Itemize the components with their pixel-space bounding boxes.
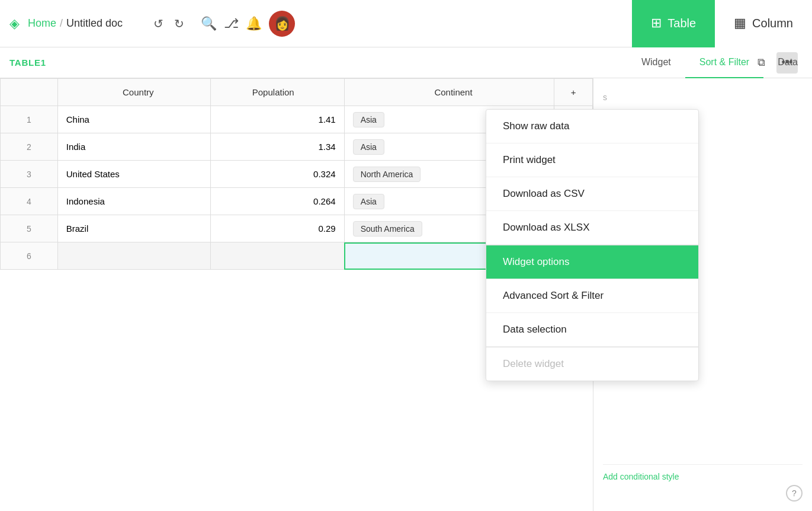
cell-country[interactable]: United States — [57, 161, 210, 188]
redo-button[interactable]: ↻ — [174, 17, 184, 31]
help-icon[interactable]: ? — [786, 485, 803, 502]
secondary-nav: TABLE1 ⧉ ••• Widget Sort & Filter Data — [0, 47, 812, 78]
cell-population[interactable]: 1.34 — [210, 133, 344, 161]
tab-column[interactable]: ▦ Column — [715, 0, 812, 47]
add-conditional-style-button[interactable]: Add conditional style — [603, 472, 679, 481]
header-country[interactable]: Country — [57, 79, 210, 106]
cell-population[interactable]: 1.41 — [210, 106, 344, 133]
cell-population[interactable]: 0.29 — [210, 215, 344, 242]
avatar[interactable]: 👩 — [269, 11, 295, 37]
topbar: ◈ Home / Untitled doc ↺ ↻ 🔍 ⎇ 🔔 👩 → ⊞ Ta… — [0, 0, 812, 47]
main-area: Country Population Continent + 1China1.4… — [0, 78, 812, 511]
cell-rownum: 5 — [1, 215, 58, 242]
tab-data[interactable]: Data — [763, 47, 812, 78]
menu-widget-options[interactable]: Widget options — [486, 245, 698, 279]
header-population[interactable]: Population — [210, 79, 344, 106]
cell-country[interactable] — [57, 242, 210, 270]
tab-table-label: Table — [667, 17, 696, 30]
app-logo-icon: ◈ — [9, 16, 20, 31]
context-menu: Show raw data Print widget Download as C… — [486, 109, 699, 381]
secondary-nav-tabs: Widget Sort & Filter Data — [627, 47, 812, 78]
cell-population[interactable]: 0.324 — [210, 161, 344, 188]
cell-rownum: 3 — [1, 161, 58, 188]
bell-icon[interactable]: 🔔 — [246, 16, 262, 31]
table-header-row: Country Population Continent + — [1, 79, 593, 106]
tab-widget[interactable]: Widget — [627, 47, 685, 78]
menu-delete-widget: Delete widget — [486, 347, 698, 381]
undo-button[interactable]: ↺ — [153, 17, 163, 31]
tab-column-label: Column — [752, 17, 793, 30]
panel-visible-text: s — [603, 92, 607, 102]
add-column-button[interactable]: + — [554, 79, 593, 106]
continent-tag: Asia — [353, 194, 384, 209]
cell-country[interactable]: Indonesia — [57, 188, 210, 215]
share-icon[interactable]: ⎇ — [224, 16, 239, 31]
menu-print-widget[interactable]: Print widget — [486, 143, 698, 177]
cell-population[interactable] — [210, 242, 344, 270]
menu-show-raw-data[interactable]: Show raw data — [486, 110, 698, 143]
breadcrumb-sep: / — [60, 17, 63, 30]
menu-download-csv[interactable]: Download as CSV — [486, 177, 698, 211]
header-rownum — [1, 79, 58, 106]
tab-table[interactable]: ⊞ Table — [632, 0, 715, 47]
cell-country[interactable]: India — [57, 133, 210, 161]
breadcrumb: Home / Untitled doc — [28, 17, 123, 30]
continent-tag: North America — [353, 167, 421, 182]
continent-tag: Asia — [353, 112, 384, 127]
cell-rownum: 6 — [1, 242, 58, 270]
doc-title: Untitled doc — [66, 17, 123, 30]
home-link[interactable]: Home — [28, 17, 56, 30]
table-tab-icon: ⊞ — [651, 15, 662, 31]
view-tabs: ⊞ Table ▦ Column — [632, 0, 812, 47]
cell-rownum: 4 — [1, 188, 58, 215]
column-tab-icon: ▦ — [734, 15, 746, 31]
menu-advanced-sort-filter[interactable]: Advanced Sort & Filter — [486, 279, 698, 313]
cell-rownum: 1 — [1, 106, 58, 133]
search-icon[interactable]: 🔍 — [201, 16, 217, 31]
cell-country[interactable]: Brazil — [57, 215, 210, 242]
menu-data-selection[interactable]: Data selection — [486, 313, 698, 347]
cell-population[interactable]: 0.264 — [210, 188, 344, 215]
continent-tag: Asia — [353, 139, 384, 155]
header-continent[interactable]: Continent — [344, 79, 554, 106]
cell-rownum: 2 — [1, 133, 58, 161]
cell-country[interactable]: China — [57, 106, 210, 133]
continent-tag: South America — [353, 221, 422, 237]
toolbar-icons: ↺ ↻ — [153, 17, 184, 31]
tab-sort-filter[interactable]: Sort & Filter — [685, 47, 763, 78]
menu-download-xlsx[interactable]: Download as XLSX — [486, 211, 698, 245]
